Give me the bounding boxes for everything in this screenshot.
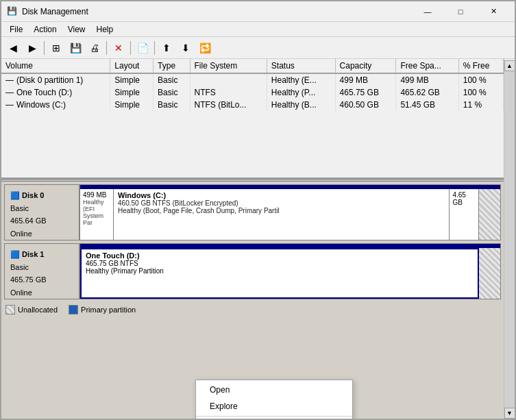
disk-1-status: Online xyxy=(10,286,73,299)
legend-primary-label: Primary partition xyxy=(81,306,136,314)
disk-0-unallocated[interactable] xyxy=(479,189,500,240)
toolbar-btn-refresh[interactable]: 🔁 xyxy=(196,39,214,57)
disk-0-c-name: Windows (C:) xyxy=(118,191,445,199)
disk-0-partition-recovery[interactable]: 4.65 GB xyxy=(450,189,479,240)
disk-1-d-detail2: Healthy (Primary Partition xyxy=(86,267,474,275)
forward-button[interactable]: ▶ xyxy=(23,39,41,57)
toolbar-btn-up[interactable]: ⬆ xyxy=(158,39,175,57)
disk-0-recovery-size: 4.65 GB xyxy=(452,191,476,206)
col-layout[interactable]: Layout xyxy=(110,59,153,73)
close-button[interactable]: ✕ xyxy=(478,1,509,22)
table-cell: 100 % xyxy=(458,86,503,99)
scrollbar: ▲ ▼ xyxy=(504,59,515,419)
window-title: Disk Management xyxy=(22,7,412,16)
disk-0-label: 🟦 Disk 0 Basic 465.64 GB Online xyxy=(5,185,80,240)
toolbar-btn-properties[interactable]: ⊞ xyxy=(47,39,65,57)
menu-file[interactable]: File xyxy=(4,23,28,36)
table-cell: Simple xyxy=(110,73,153,86)
disk-0-status: Online xyxy=(10,227,73,240)
window-controls: — □ ✕ xyxy=(412,1,509,22)
table-cell: Healthy (B... xyxy=(267,99,335,111)
legend-primary: Primary partition xyxy=(69,305,136,314)
toolbar: ◀ ▶ ⊞ 💾 🖨 ✕ 📄 ⬆ ⬇ 🔁 xyxy=(1,37,515,59)
table-cell: 499 MB xyxy=(396,73,458,86)
table-cell: NTFS xyxy=(190,86,267,99)
scroll-track xyxy=(504,71,515,408)
table-cell: 465.62 GB xyxy=(396,86,458,99)
table-row[interactable]: —Windows (C:)SimpleBasicNTFS (BitLo...He… xyxy=(1,99,504,111)
disk-1-partitions: One Touch (D:) 465.75 GB NTFS Healthy (P… xyxy=(80,244,500,299)
col-filesystem[interactable]: File System xyxy=(190,59,267,73)
col-capacity[interactable]: Capacity xyxy=(335,59,396,73)
menu-help[interactable]: Help xyxy=(91,23,119,36)
col-type[interactable]: Type xyxy=(153,59,190,73)
table-cell: —Windows (C:) xyxy=(1,99,110,111)
col-status[interactable]: Status xyxy=(267,59,335,73)
disk-1-label: 🟦 Disk 1 Basic 465.75 GB Online xyxy=(5,244,80,299)
disk-0-size: 465.64 GB xyxy=(10,214,73,227)
toolbar-btn-new[interactable]: 📄 xyxy=(134,39,151,57)
table-cell: Basic xyxy=(153,73,190,86)
separator-2 xyxy=(106,41,107,55)
table-cell: —One Touch (D:) xyxy=(1,86,110,99)
disk-0-c-detail1: 460.50 GB NTFS (BitLocker Encrypted) xyxy=(118,199,445,207)
scroll-up-button[interactable]: ▲ xyxy=(504,60,515,71)
table-cell: 499 MB xyxy=(335,73,396,86)
disk-1-d-name: One Touch (D:) xyxy=(86,251,474,260)
disk-1-unallocated[interactable] xyxy=(479,248,500,299)
legend-unallocated: Unallocated xyxy=(5,305,58,314)
disk-1-row: 🟦 Disk 1 Basic 465.75 GB Online One Touc… xyxy=(4,243,501,299)
menu-bar: File Action View Help xyxy=(1,22,515,37)
table-cell: Simple xyxy=(110,99,153,111)
disk-map-section: 🟦 Disk 0 Basic 465.64 GB Online 499 MB xyxy=(1,182,504,419)
legend-unallocated-box xyxy=(5,305,15,314)
disk-0-partition-efi[interactable]: 499 MB Healthy (EFI System Par xyxy=(80,189,114,240)
maximize-button[interactable]: □ xyxy=(445,1,476,22)
table-cell: Basic xyxy=(153,86,190,99)
disk-0-type: Basic xyxy=(10,202,73,215)
table-cell: 460.50 GB xyxy=(335,99,396,111)
table-cell: NTFS (BitLo... xyxy=(190,99,267,111)
toolbar-btn-save[interactable]: 💾 xyxy=(66,39,84,57)
table-row[interactable]: —(Disk 0 partition 1)SimpleBasicHealthy … xyxy=(1,73,504,86)
table-cell: —(Disk 0 partition 1) xyxy=(1,73,110,86)
volume-table: Volume Layout Type File System Status Ca… xyxy=(1,59,504,111)
table-cell: 465.75 GB xyxy=(335,86,396,99)
volume-table-section: Volume Layout Type File System Status Ca… xyxy=(1,59,504,179)
disk-1-d-detail1: 465.75 GB NTFS xyxy=(86,260,474,267)
legend: Unallocated Primary partition xyxy=(4,302,501,317)
col-volume[interactable]: Volume xyxy=(1,59,110,73)
disk-1-name: 🟦 Disk 1 xyxy=(10,250,44,258)
col-freespace[interactable]: Free Spa... xyxy=(396,59,458,73)
disk-0-partition-c[interactable]: Windows (C:) 460.50 GB NTFS (BitLocker E… xyxy=(114,189,450,240)
disk-0-efi-status: Healthy (EFI System Par xyxy=(83,199,110,226)
menu-view[interactable]: View xyxy=(62,23,91,36)
separator-4 xyxy=(154,41,155,55)
menu-action[interactable]: Action xyxy=(28,23,62,36)
table-cell: 11 % xyxy=(458,99,503,111)
table-cell: 100 % xyxy=(458,73,503,86)
toolbar-btn-print[interactable]: 🖨 xyxy=(86,39,103,57)
disk-1-partition-d[interactable]: One Touch (D:) 465.75 GB NTFS Healthy (P… xyxy=(80,248,479,299)
table-row[interactable]: —One Touch (D:)SimpleBasicNTFSHealthy (P… xyxy=(1,86,504,99)
table-cell: Basic xyxy=(153,99,190,111)
col-pctfree[interactable]: % Free xyxy=(458,59,503,73)
disk-0-efi-size: 499 MB xyxy=(83,191,110,199)
disk-0-c-detail2: Healthy (Boot, Page File, Crash Dump, Pr… xyxy=(118,207,445,214)
disk-1-type: Basic xyxy=(10,261,73,274)
back-button[interactable]: ◀ xyxy=(4,39,22,57)
legend-unallocated-label: Unallocated xyxy=(18,306,58,314)
disk-0-partition-row: 499 MB Healthy (EFI System Par Windows (… xyxy=(80,189,500,240)
title-bar: 💾 Disk Management — □ ✕ xyxy=(1,1,515,22)
minimize-button[interactable]: — xyxy=(412,1,443,22)
scroll-down-button[interactable]: ▼ xyxy=(504,408,515,419)
table-cell: 51.45 GB xyxy=(396,99,458,111)
legend-primary-box xyxy=(69,305,78,314)
main-window: 💾 Disk Management — □ ✕ File Action View… xyxy=(0,0,516,420)
table-cell xyxy=(190,73,267,86)
toolbar-btn-cancel[interactable]: ✕ xyxy=(110,39,127,57)
separator-1 xyxy=(44,41,45,55)
toolbar-btn-down[interactable]: ⬇ xyxy=(177,39,195,57)
disk-1-size: 465.75 GB xyxy=(10,273,73,286)
disk-0-name: 🟦 Disk 0 xyxy=(10,191,44,199)
